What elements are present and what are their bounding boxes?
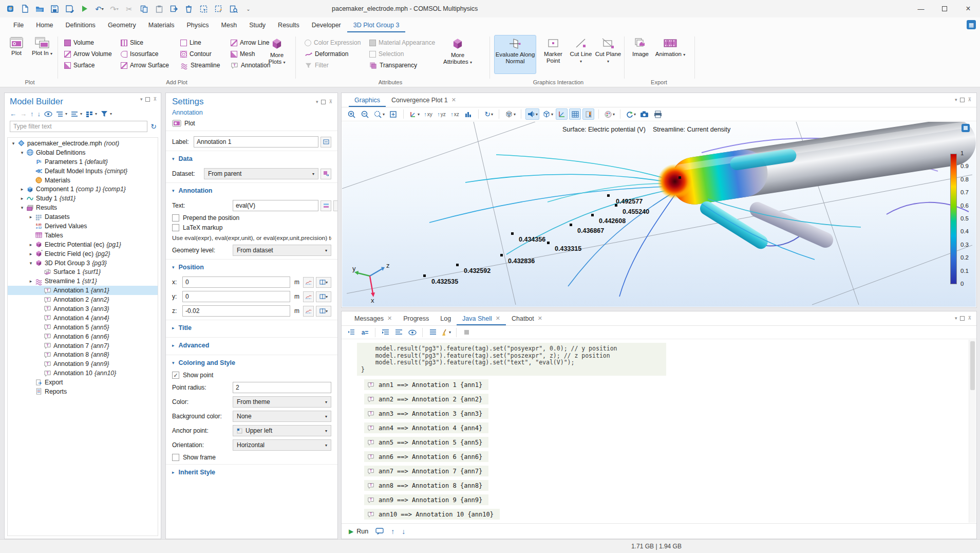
annotation-text-input[interactable] xyxy=(233,200,318,211)
section-annotation[interactable]: ▾Annotation xyxy=(166,182,337,197)
marker-point-button[interactable]: Marker Point xyxy=(539,35,567,74)
panel-pin-icon[interactable]: ⊼ xyxy=(968,316,971,321)
tree-item-default-model-inputs[interactable]: ≪Default Model Inputs{cminpt} xyxy=(8,167,158,176)
filter-funnel-icon[interactable] xyxy=(101,110,108,117)
menu-tab-home[interactable]: Home xyxy=(30,17,59,32)
geometry-level-dropdown[interactable]: From dataset▾ xyxy=(233,245,331,256)
new-file-button[interactable] xyxy=(18,2,32,15)
tree-item-annotation-8[interactable]: TAnnotation 8{ann8} xyxy=(8,350,158,359)
panel-float-icon[interactable] xyxy=(321,100,326,104)
zoom-out-icon[interactable] xyxy=(359,108,371,120)
section-title[interactable]: ▸Title xyxy=(166,320,337,334)
delete-button[interactable] xyxy=(182,2,196,15)
add-surface-button[interactable]: Surface xyxy=(63,60,96,71)
add-line-button[interactable]: Line xyxy=(179,37,203,48)
expression-insert-icon[interactable] xyxy=(321,200,331,211)
unit-menu-icon[interactable]: ▾ xyxy=(316,277,331,288)
tab-progress[interactable]: Progress xyxy=(398,311,435,325)
y-position-input[interactable] xyxy=(182,291,290,302)
dataset-dropdown[interactable]: From parent▾ xyxy=(204,168,318,179)
tree-item-annotation-5[interactable]: TAnnotation 5{ann5} xyxy=(8,323,158,332)
close-icon[interactable]: ✕ xyxy=(496,315,500,322)
line-list-icon[interactable] xyxy=(427,327,439,338)
shell-output[interactable]: model.result("pg3").feature(tag).set("po… xyxy=(342,340,969,523)
show-eye-icon[interactable] xyxy=(44,111,52,117)
rename-icon[interactable] xyxy=(321,137,331,148)
tree-item-annotation-3[interactable]: TAnnotation 3{ann3} xyxy=(8,304,158,314)
tree-item-annotation-6[interactable]: TAnnotation 6{ann6} xyxy=(8,332,158,341)
back-arrow-icon[interactable]: ← xyxy=(10,110,16,118)
tree-item-3d-plot-group-3[interactable]: ▾3D Plot Group 3{pg3} xyxy=(8,259,158,268)
add-streamline-button[interactable]: Streamline xyxy=(179,60,221,71)
tree-item-study-1[interactable]: ▸Study 1{std1} xyxy=(8,194,158,203)
more-plots-button[interactable]: More Plots ▾ xyxy=(263,35,291,74)
background-color-dropdown[interactable]: None▾ xyxy=(233,411,331,422)
show-axes-icon[interactable] xyxy=(556,108,568,120)
tree-item-global-definitions[interactable]: ▾Global Definitions xyxy=(8,148,158,157)
panel-chevron-icon[interactable]: ▾ xyxy=(955,97,957,102)
toolbar-overflow-button[interactable]: ⌄ xyxy=(241,2,255,15)
menu-tab-materials[interactable]: Materials xyxy=(142,17,181,32)
tree-item-export[interactable]: Export xyxy=(8,378,158,387)
tab-java-shell[interactable]: Java Shell✕ xyxy=(457,311,506,325)
menu-tab-results[interactable]: Results xyxy=(272,17,306,32)
cut-button[interactable]: ✂ xyxy=(122,2,136,15)
tree-item-parameters[interactable]: PiParameters 1{default} xyxy=(8,157,158,167)
menu-tab-file[interactable]: File xyxy=(7,17,30,32)
tree-item-tables[interactable]: Tables xyxy=(8,231,158,240)
scene-environment-icon[interactable]: ▾ xyxy=(503,108,517,120)
tab-messages[interactable]: Messages✕ xyxy=(349,311,398,325)
model-tree-nodes-icon[interactable] xyxy=(86,111,93,117)
tab-chatbot[interactable]: Chatbot✕ xyxy=(506,311,548,325)
transparency-box-icon[interactable]: ▾ xyxy=(541,108,554,120)
indent-left-icon[interactable] xyxy=(393,327,405,338)
range-plot-icon[interactable] xyxy=(303,291,314,302)
section-coloring-and-style[interactable]: ▾Coloring and Style xyxy=(166,355,337,369)
transparency-button[interactable]: Transparency xyxy=(368,60,419,71)
tree-item-annotation-9[interactable]: TAnnotation 9{ann9} xyxy=(8,359,158,368)
plot-button[interactable]: Plot xyxy=(5,35,28,74)
add-arrow-volume-button[interactable]: Arrow Volume xyxy=(63,48,114,60)
tree-item-annotation-2[interactable]: TAnnotation 2{ann2} xyxy=(8,295,158,304)
menu-tab-physics[interactable]: Physics xyxy=(180,17,215,32)
section-advanced[interactable]: ▸Advanced xyxy=(166,337,337,352)
tree-item-materials[interactable]: Materials xyxy=(8,176,158,185)
tree-item-derived-values[interactable]: 8.85e-12Derived Values xyxy=(8,222,158,231)
paste-button[interactable] xyxy=(152,2,166,15)
tree-item-datasets[interactable]: ▸Datasets xyxy=(8,212,158,222)
search-document-button[interactable] xyxy=(227,2,240,15)
run-label[interactable]: Run xyxy=(356,528,368,535)
panel-float-icon[interactable] xyxy=(145,97,150,102)
maximize-button[interactable] xyxy=(933,0,956,17)
deformation-button[interactable]: Deformation xyxy=(303,48,350,60)
show-grid-icon[interactable] xyxy=(569,108,581,120)
panel-float-icon[interactable] xyxy=(960,98,965,102)
tree-item-reports[interactable]: Reports xyxy=(8,387,158,396)
add-arrow-surface-button[interactable]: Arrow Surface xyxy=(119,60,171,71)
range-plot-icon[interactable] xyxy=(303,306,314,317)
export-image-button[interactable]: Image xyxy=(629,35,652,74)
view-yz-icon[interactable]: ↑yz xyxy=(436,108,447,120)
tree-item-annotation-7[interactable]: TAnnotation 7{ann7} xyxy=(8,341,158,351)
panel-chevron-icon[interactable]: ▾ xyxy=(316,99,318,104)
show-eye-icon[interactable] xyxy=(406,327,418,338)
color-expression-button[interactable]: Color Expression xyxy=(303,37,362,48)
speaker-icon[interactable]: ▾ xyxy=(525,108,539,120)
tab-graphics[interactable]: Graphics xyxy=(349,93,386,107)
tree-filter-input[interactable] xyxy=(10,121,147,132)
panel-pin-icon[interactable]: ⊼ xyxy=(153,97,157,102)
scene-bars-icon[interactable] xyxy=(462,108,474,120)
update-plot-icon[interactable]: ▾ xyxy=(625,108,637,120)
selection-button[interactable]: Selection xyxy=(368,48,405,60)
x-position-input[interactable] xyxy=(182,276,290,288)
add-slice-button[interactable]: Slice xyxy=(119,37,145,48)
zoom-extents-icon[interactable] xyxy=(387,108,399,120)
cut-line-button[interactable]: Cut Line ▾ xyxy=(569,35,593,74)
go-to-view-icon[interactable]: ▾ xyxy=(408,108,421,120)
menu-tab-definitions[interactable]: Definitions xyxy=(60,17,102,32)
run-button[interactable] xyxy=(78,2,91,15)
tree-item-annotation-1[interactable]: TAnnotation 1{ann1} xyxy=(8,286,158,295)
move-down-icon[interactable]: ↓ xyxy=(37,110,41,118)
panel-pin-icon[interactable]: ⊼ xyxy=(329,99,332,104)
view-xy-icon[interactable]: ↑xy xyxy=(422,108,434,120)
